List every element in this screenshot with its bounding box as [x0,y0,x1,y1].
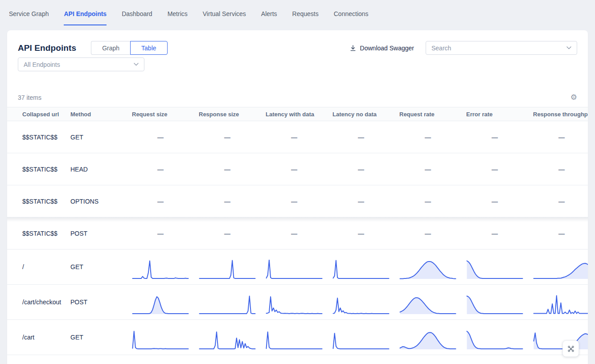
col-method: Method [64,111,132,118]
expand-button[interactable] [562,340,579,357]
col-response-size: Response size [199,111,266,118]
page-title: API Endpoints [18,43,76,53]
download-swagger-button[interactable]: Download Swagger [349,45,414,52]
cell-url: $$STATIC$$ [7,166,64,173]
empty-metric: — [399,230,466,237]
endpoints-table: Collapsed url Method Request size Respon… [7,107,588,364]
col-response-throughput: Response throughput [533,111,588,118]
expand-icon [567,345,575,353]
table-header-row: Collapsed url Method Request size Respon… [7,107,588,121]
sparkline-latency-no-data [332,257,390,280]
col-latency-no-data: Latency no data [332,111,399,118]
nav-item-metrics[interactable]: Metrics [168,1,188,25]
empty-metric: — [266,230,332,237]
cell-method: HEAD [64,166,132,173]
cell-url: /cart/checkout [7,299,64,306]
empty-metric: — [533,166,588,173]
empty-metric: — [399,134,466,141]
empty-metric: — [266,198,332,205]
sparkline-latency-with-data [266,327,323,351]
settings-gear-icon[interactable]: ⚙ [570,94,577,101]
sparkline-error-rate [466,257,523,280]
cell-url: $$STATIC$$ [7,198,64,205]
cell-url: $$STATIC$$ [7,134,64,141]
search-input[interactable]: Search [426,41,577,55]
graph-view-button[interactable]: Graph [91,41,130,55]
table-row[interactable]: / GET [7,249,588,285]
search-placeholder: Search [431,45,451,52]
empty-metric: — [332,198,399,205]
nav-item-requests[interactable]: Requests [292,1,319,25]
download-swagger-label: Download Swagger [360,45,414,52]
table-row[interactable]: /cart GET [7,320,588,355]
items-count: 37 items [18,94,41,101]
empty-metric: — [533,230,588,237]
empty-metric: — [466,230,533,237]
api-endpoints-panel: API Endpoints Graph Table Download Swagg… [7,30,588,364]
table-row [7,355,588,364]
sparkline-latency-no-data [332,292,390,315]
empty-metric: — [533,198,588,205]
cell-method: GET [64,334,132,341]
empty-metric: — [399,198,466,205]
cell-method: OPTIONS [64,198,132,205]
endpoint-filter-select[interactable]: All Endpoints [18,57,144,71]
nav-item-connections[interactable]: Connections [334,1,369,25]
top-nav: Service Graph API Endpoints Dashboard Me… [0,0,595,27]
cell-method: GET [64,134,132,141]
sparkline-error-rate [466,292,523,315]
empty-metric: — [132,166,199,173]
sparkline-request-rate [399,327,456,351]
table-row[interactable]: $$STATIC$$ HEAD — — — — — — — [7,153,588,185]
col-request-size: Request size [132,111,199,118]
empty-metric: — [466,198,533,205]
chevron-down-icon [134,63,139,66]
sparkline-response-size [199,257,256,280]
empty-metric: — [199,230,266,237]
col-error-rate: Error rate [466,111,533,118]
table-row[interactable]: $$STATIC$$ POST — — — — — — — [7,217,588,249]
empty-metric: — [332,230,399,237]
empty-metric: — [332,134,399,141]
cell-url: /cart [7,334,64,341]
empty-metric: — [533,134,588,141]
empty-metric: — [466,134,533,141]
empty-metric: — [132,230,199,237]
table-view-button[interactable]: Table [130,41,167,55]
sparkline-request-size [132,257,189,280]
col-request-rate: Request rate [399,111,466,118]
sparkline-latency-with-data [266,257,323,280]
sparkline-latency-no-data [332,327,390,351]
sparkline-response-throughput [533,327,588,351]
table-row[interactable]: $$STATIC$$ GET — — — — — — — [7,121,588,153]
empty-metric: — [466,166,533,173]
empty-metric: — [132,134,199,141]
nav-item-alerts[interactable]: Alerts [261,1,277,25]
sparkline-request-rate [399,292,456,315]
table-row[interactable]: $$STATIC$$ OPTIONS — — — — — — — [7,185,588,217]
empty-metric: — [132,198,199,205]
endpoint-filter-value: All Endpoints [24,61,60,68]
nav-item-dashboard[interactable]: Dashboard [122,1,152,25]
cell-method: GET [64,263,132,270]
cell-method: POST [64,299,132,306]
sparkline-request-rate [399,257,456,280]
sparkline-error-rate [466,327,523,351]
cell-method: POST [64,230,132,237]
empty-metric: — [266,134,332,141]
sparkline-response-throughput [533,292,588,315]
empty-metric: — [266,166,332,173]
download-icon [349,45,357,52]
empty-metric: — [199,134,266,141]
nav-item-virtual-services[interactable]: Virtual Services [203,1,246,25]
nav-item-api-endpoints[interactable]: API Endpoints [64,1,107,25]
sparkline-request-size [132,292,189,315]
table-row[interactable]: /cart/checkout POST [7,285,588,320]
col-collapsed-url: Collapsed url [7,111,64,118]
sparkline-response-size [199,292,256,315]
empty-metric: — [332,166,399,173]
nav-item-service-graph[interactable]: Service Graph [9,1,49,25]
sparkline-response-size [199,327,256,351]
sparkline-latency-with-data [266,292,323,315]
sparkline-response-throughput [533,257,588,280]
